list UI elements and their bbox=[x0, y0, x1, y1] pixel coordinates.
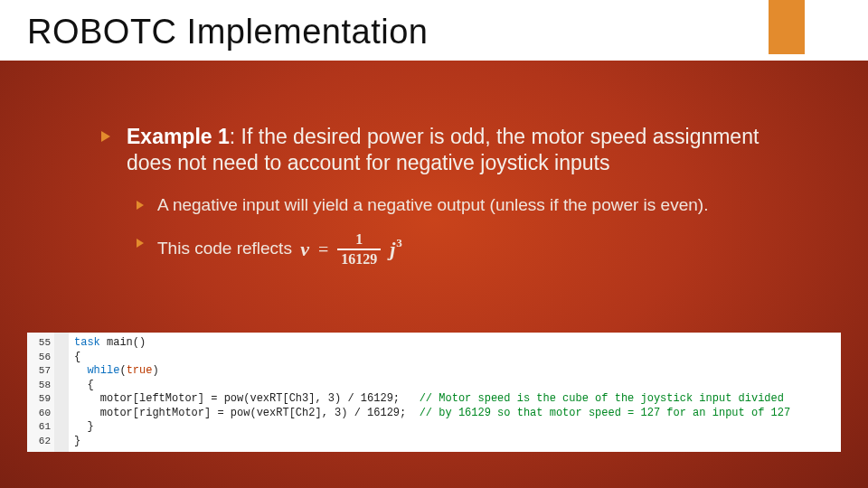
code-line: task main() bbox=[74, 336, 835, 351]
formula-rhs-exp: 3 bbox=[396, 236, 402, 249]
code-lines: task main(){ while(true) { motor[leftMot… bbox=[69, 333, 841, 452]
bullet-label: Example 1 bbox=[127, 125, 230, 148]
line-number: 62 bbox=[27, 435, 51, 449]
code-line: { bbox=[74, 351, 835, 365]
bullet-arrow-icon bbox=[136, 236, 146, 252]
bullet-main-text: Example 1: If the desired power is odd, … bbox=[127, 124, 787, 176]
bullet-main: Example 1: If the desired power is odd, … bbox=[99, 124, 787, 176]
line-number: 58 bbox=[27, 379, 51, 393]
equals-sign: = bbox=[318, 238, 328, 261]
code-line: motor[leftMotor] = pow(vexRT[Ch3], 3) / … bbox=[74, 392, 835, 407]
formula-den: 16129 bbox=[337, 250, 381, 267]
sub-bullet-1: A negative input will yield a negative o… bbox=[136, 194, 787, 217]
formula-rhs-base: j bbox=[390, 238, 395, 260]
bullet-arrow-icon bbox=[136, 198, 146, 214]
line-number-gutter: 5556575859606162 bbox=[27, 333, 54, 452]
formula-lhs: v bbox=[300, 237, 309, 263]
code-line: while(true) bbox=[74, 364, 835, 379]
sub-bullet-2: This code reflects v = 1 16129 j3 bbox=[136, 232, 787, 267]
slide-title: ROBOTC Implementation bbox=[27, 13, 841, 52]
svg-marker-0 bbox=[101, 131, 110, 142]
code-line: } bbox=[74, 435, 835, 449]
sub-bullet-list: A negative input will yield a negative o… bbox=[136, 194, 787, 267]
code-line: } bbox=[74, 420, 835, 435]
line-number: 56 bbox=[27, 351, 51, 365]
formula-fraction: 1 16129 bbox=[337, 232, 381, 267]
slide-body: Example 1: If the desired power is odd, … bbox=[0, 61, 868, 267]
code-line: { bbox=[74, 379, 835, 393]
accent-bar bbox=[769, 0, 805, 54]
sub-bullet-1-text: A negative input will yield a negative o… bbox=[157, 194, 708, 217]
line-number: 55 bbox=[27, 336, 51, 351]
line-number: 57 bbox=[27, 364, 51, 379]
bullet-arrow-icon bbox=[99, 129, 114, 144]
formula-num: 1 bbox=[352, 232, 366, 249]
breakpoint-column bbox=[54, 333, 69, 452]
title-bar: ROBOTC Implementation bbox=[0, 0, 868, 61]
svg-marker-1 bbox=[137, 201, 144, 210]
code-block: 5556575859606162 task main(){ while(true… bbox=[27, 333, 841, 452]
code-line: motor[rightMotor] = pow(vexRT[Ch2], 3) /… bbox=[74, 407, 835, 421]
formula-rhs: j3 bbox=[390, 237, 402, 263]
sub-bullet-2-text: This code reflects v = 1 16129 j3 bbox=[157, 232, 402, 267]
line-number: 60 bbox=[27, 407, 51, 421]
svg-marker-2 bbox=[137, 239, 144, 248]
line-number: 59 bbox=[27, 392, 51, 407]
formula: v = 1 16129 j3 bbox=[300, 232, 402, 267]
sub-bullet-2-prefix: This code reflects bbox=[157, 239, 297, 258]
line-number: 61 bbox=[27, 420, 51, 435]
